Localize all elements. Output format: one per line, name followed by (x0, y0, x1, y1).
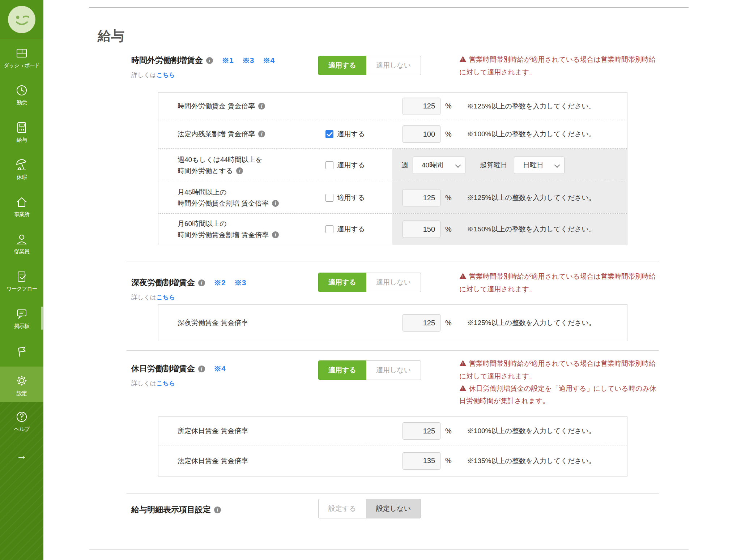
section-header: 深夜労働割増賃金i※2※3 詳しくはこちら (131, 277, 246, 302)
apply-on-button[interactable]: 適用する (318, 56, 366, 75)
apply-checkbox[interactable] (325, 194, 333, 202)
sidebar-logo[interactable] (0, 0, 43, 39)
configure-off-button[interactable]: 設定しない (366, 499, 421, 518)
configure-on-button[interactable]: 設定する (318, 499, 366, 518)
sidebar-item-label: 掲示板 (14, 323, 29, 330)
settings-table: 時間外労働賃金 賃金倍率i % ※125%以上の整数を入力してください。 法定内… (158, 92, 627, 245)
info-icon[interactable]: i (236, 167, 243, 174)
row-label: 時間外労働賃金 賃金倍率 (178, 102, 255, 110)
section-title: 時間外労働割増賃金 (131, 56, 203, 65)
row-note: ※125%以上の整数を入力してください。 (467, 318, 596, 328)
sidebar-item-employees[interactable]: 従業員 (0, 225, 43, 262)
clock-icon (15, 84, 28, 97)
details-link[interactable]: こちら (156, 294, 175, 301)
sidebar-item-flag[interactable] (0, 337, 43, 367)
table-row: 週40もしくは44時間以上を 時間外労働とするi 適用する 週 40時間 起算曜… (158, 148, 627, 182)
info-icon[interactable]: i (258, 131, 265, 137)
warning-icon (459, 54, 467, 66)
warning-line: 営業時間帯別時給が適用されている場合は営業時間帯別時給に対して適用されます。 (459, 360, 656, 380)
apply-checkbox[interactable] (325, 130, 333, 138)
warning-text: 営業時間帯別時給が適用されている場合は営業時間帯別時給に対して適用されます。 (459, 270, 663, 295)
apply-on-button[interactable]: 適用する (318, 273, 366, 292)
row-label: 月45時間以上の 時間外労働賃金割増 賃金倍率 (178, 188, 269, 207)
apply-toggle: 適用する 適用しない (318, 56, 421, 75)
info-icon[interactable]: i (198, 279, 205, 286)
info-icon[interactable]: i (272, 231, 279, 238)
unit-label: % (445, 319, 452, 327)
info-icon[interactable]: i (206, 57, 213, 64)
row-label: 月60時間以上の 時間外労働賃金割増 賃金倍率 (178, 220, 269, 239)
sidebar-item-help[interactable]: ヘルプ (0, 402, 43, 441)
rate-input[interactable] (403, 125, 440, 143)
select-value: 40時間 (422, 161, 443, 170)
chevron-down-icon (554, 162, 560, 168)
home-icon (15, 196, 28, 209)
checkbox-label: 適用する (337, 129, 365, 139)
apply-checkbox[interactable] (325, 161, 333, 169)
sidebar-item-label: 設定 (17, 390, 27, 397)
sidebar-item-label: 勤怠 (17, 99, 27, 106)
info-icon[interactable]: i (214, 506, 221, 513)
footnote-link[interactable]: ※1 (222, 56, 234, 64)
footnote-link[interactable]: ※2 (214, 278, 226, 287)
flag-icon (15, 345, 28, 358)
warning-text: 営業時間帯別時給が適用されている場合は営業時間帯別時給に対して適用されます。 (459, 54, 663, 78)
info-icon[interactable]: i (198, 366, 205, 372)
sidebar-item-office[interactable]: 事業所 (0, 188, 43, 225)
section-title: 休日労働割増賃金 (131, 364, 195, 373)
footnote-link[interactable]: ※3 (242, 56, 254, 64)
row-note: ※125%以上の整数を入力してください。 (467, 102, 596, 111)
sidebar-item-leave[interactable]: 休暇 (0, 151, 43, 188)
sidebar-item-label: ヘルプ (14, 426, 29, 433)
apply-on-button[interactable]: 適用する (318, 360, 366, 380)
rate-input[interactable] (403, 422, 440, 440)
warning-icon (459, 383, 467, 395)
sidebar-item-workflow[interactable]: ワークフロー (0, 262, 43, 300)
sidebar-collapse-button[interactable]: → (0, 441, 43, 470)
sidebar-item-attendance[interactable]: 勤怠 (0, 76, 43, 114)
info-icon[interactable]: i (272, 200, 279, 207)
rate-input[interactable] (403, 314, 440, 332)
gear-icon (15, 374, 29, 388)
apply-off-button[interactable]: 適用しない (366, 360, 421, 380)
footnote-link[interactable]: ※3 (234, 278, 246, 287)
section-payslip-items: 給与明細表示項目設定i 設定する 設定しない (127, 493, 659, 494)
sidebar-item-board[interactable]: 掲示板 (0, 300, 43, 337)
table-row: 月45時間以上の 時間外労働賃金割増 賃金倍率i 適用する % ※125%以上の… (158, 182, 627, 213)
chevron-down-icon (455, 162, 461, 168)
week-hours-select[interactable]: 40時間 (413, 157, 465, 174)
more-prefix: 詳しくは (131, 72, 156, 78)
settings-table: 所定休日賃金 賃金倍率 % ※100%以上の整数を入力してください。 法定休日賃… (158, 416, 627, 476)
sidebar-item-settings[interactable]: 設定 (0, 367, 43, 404)
apply-checkbox[interactable] (325, 225, 333, 233)
apply-off-button[interactable]: 適用しない (366, 56, 421, 75)
rate-input[interactable] (403, 189, 440, 206)
section-divider (127, 493, 659, 494)
table-row: 時間外労働賃金 賃金倍率i % ※125%以上の整数を入力してください。 (158, 93, 627, 120)
details-link[interactable]: こちら (156, 380, 175, 387)
start-day-select[interactable]: 日曜日 (514, 157, 565, 174)
checkbox-label: 適用する (337, 161, 365, 170)
row-label: 週40もしくは44時間以上を 時間外労働とする (178, 156, 263, 175)
footnote-link[interactable]: ※4 (214, 364, 226, 373)
footnote-link[interactable]: ※4 (263, 56, 274, 64)
details-link[interactable]: こちら (156, 72, 175, 78)
sidebar-item-dashboard[interactable]: ダッシュボード (0, 39, 43, 76)
apply-off-button[interactable]: 適用しない (366, 273, 421, 292)
person-icon (15, 233, 28, 246)
table-row: 月60時間以上の 時間外労働賃金割増 賃金倍率i 適用する % ※150%以上の… (158, 213, 627, 245)
checkbox-label: 適用する (337, 193, 365, 202)
sidebar-item-label: ワークフロー (6, 286, 37, 292)
row-note: ※125%以上の整数を入力してください。 (467, 193, 596, 202)
sidebar-item-label: 事業所 (14, 211, 29, 218)
sidebar-item-payroll[interactable]: 給与 (0, 114, 43, 151)
rate-input[interactable] (403, 452, 440, 470)
start-day-label: 起算曜日 (480, 161, 507, 170)
top-divider (89, 7, 689, 8)
info-icon[interactable]: i (258, 103, 265, 110)
section-holiday-premium: 休日労働割増賃金i※4 詳しくはこちら 適用する 適用しない 営業時間帯別時給が… (127, 350, 659, 351)
rate-input[interactable] (403, 221, 440, 238)
sidebar-scrollbar-thumb[interactable] (41, 307, 43, 330)
sidebar-item-label: ダッシュボード (4, 62, 40, 69)
rate-input[interactable] (403, 98, 440, 115)
